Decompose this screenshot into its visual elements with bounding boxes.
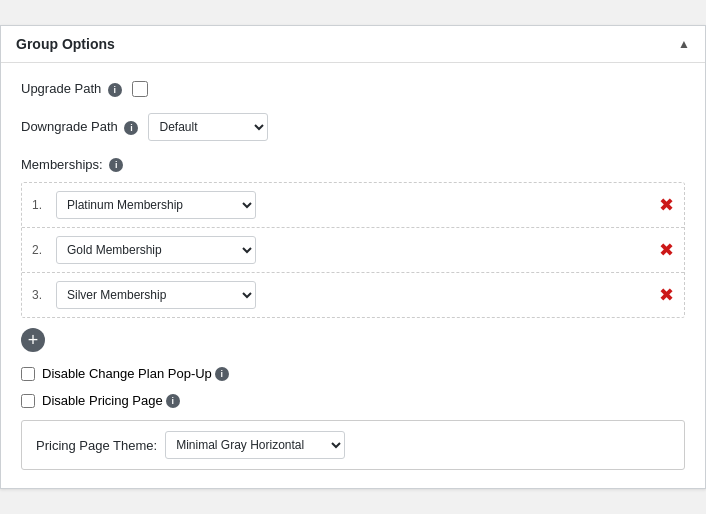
disable-change-plan-info-icon[interactable]: i [215, 367, 229, 381]
upgrade-path-info-icon[interactable]: i [108, 83, 122, 97]
membership-item-3: 3. Platinum Membership Gold Membership S… [22, 273, 684, 317]
panel-title: Group Options [16, 36, 115, 52]
membership-list: 1. Platinum Membership Gold Membership S… [21, 182, 685, 318]
panel-body: Upgrade Path i Downgrade Path i Default … [1, 63, 705, 489]
upgrade-path-row: Upgrade Path i [21, 81, 685, 97]
disable-change-plan-row: Disable Change Plan Pop-Up i [21, 366, 685, 381]
disable-change-plan-label: Disable Change Plan Pop-Up [42, 366, 212, 381]
disable-pricing-checkbox[interactable] [21, 394, 35, 408]
membership-select-2[interactable]: Platinum Membership Gold Membership Silv… [56, 236, 256, 264]
upgrade-path-checkbox[interactable] [132, 81, 148, 97]
downgrade-path-label: Downgrade Path i [21, 119, 138, 135]
remove-membership-3[interactable]: ✖ [659, 286, 674, 304]
remove-membership-1[interactable]: ✖ [659, 196, 674, 214]
memberships-info-icon[interactable]: i [109, 158, 123, 172]
pricing-theme-box: Pricing Page Theme: Minimal Gray Horizon… [21, 420, 685, 470]
memberships-label: Memberships: i [21, 157, 685, 173]
pricing-theme-select[interactable]: Minimal Gray Horizontal Classic Modern [165, 431, 345, 459]
upgrade-path-label: Upgrade Path i [21, 81, 122, 97]
item-number-2: 2. [32, 243, 48, 257]
disable-change-plan-checkbox[interactable] [21, 367, 35, 381]
pricing-theme-label: Pricing Page Theme: [36, 438, 157, 453]
downgrade-path-select[interactable]: Default Option 1 Option 2 [148, 113, 268, 141]
collapse-icon[interactable]: ▲ [678, 37, 690, 51]
disable-pricing-row: Disable Pricing Page i [21, 393, 685, 408]
item-number-1: 1. [32, 198, 48, 212]
add-membership-button[interactable]: + [21, 328, 45, 352]
panel-header: Group Options ▲ [1, 26, 705, 63]
disable-pricing-info-icon[interactable]: i [166, 394, 180, 408]
membership-item-2: 2. Platinum Membership Gold Membership S… [22, 228, 684, 273]
downgrade-path-row: Downgrade Path i Default Option 1 Option… [21, 113, 685, 141]
membership-select-3[interactable]: Platinum Membership Gold Membership Silv… [56, 281, 256, 309]
group-options-panel: Group Options ▲ Upgrade Path i Downgrade… [0, 25, 706, 490]
membership-select-1[interactable]: Platinum Membership Gold Membership Silv… [56, 191, 256, 219]
disable-pricing-label: Disable Pricing Page [42, 393, 163, 408]
membership-item-1: 1. Platinum Membership Gold Membership S… [22, 183, 684, 228]
remove-membership-2[interactable]: ✖ [659, 241, 674, 259]
downgrade-path-info-icon[interactable]: i [124, 121, 138, 135]
item-number-3: 3. [32, 288, 48, 302]
